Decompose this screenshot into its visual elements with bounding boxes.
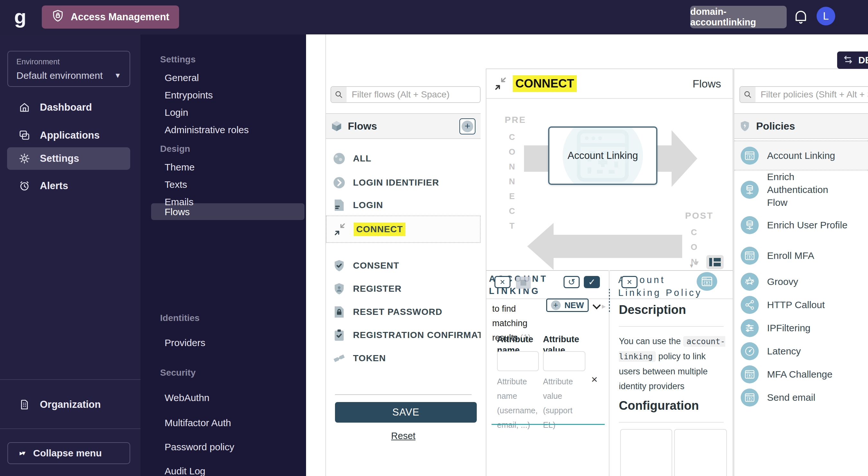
policy-item-account-linking[interactable]: Account Linking: [734, 141, 868, 171]
divider: [610, 298, 733, 299]
remove-row-icon[interactable]: ×: [591, 373, 598, 386]
flow-item-registration-confirmation[interactable]: REGISTRATION CONFIRMATIO: [326, 324, 480, 347]
policies-filter-input[interactable]: [755, 87, 868, 102]
save-button[interactable]: SAVE: [335, 402, 477, 423]
subnav-section-identities: Identities: [160, 313, 199, 323]
new-button-label: NEW: [564, 300, 584, 310]
environment-label: Environment: [17, 57, 121, 66]
subnav-item-webauthn[interactable]: WebAuthn: [164, 392, 210, 403]
window-policy-icon: [741, 365, 759, 383]
subnav-item-administrative-roles[interactable]: Administrative roles: [164, 124, 249, 136]
policy-item-ipfiltering[interactable]: IPFiltering: [734, 317, 868, 339]
user-avatar[interactable]: L: [816, 7, 835, 25]
subnav-item-flows[interactable]: Flows: [151, 203, 305, 220]
window-policy-icon: [696, 272, 717, 291]
access-management-badge[interactable]: Access Management: [42, 5, 179, 29]
new-attribute-button[interactable]: + NEW: [546, 298, 589, 312]
subnav-section-security: Security: [160, 367, 196, 378]
globe-icon: [333, 152, 346, 165]
flows-filter-input[interactable]: [346, 87, 480, 102]
sidebar-divider: [0, 379, 141, 380]
confirm-step-button[interactable]: ✓: [584, 276, 600, 288]
divider: [619, 422, 724, 423]
window-policy-icon: [741, 147, 759, 165]
flow-list: ALL LOGIN IDENTIFIER LOGIN CONNECT CONSE…: [326, 146, 480, 370]
undo-step-button[interactable]: ↺: [563, 276, 580, 288]
flows-panel-header: Flows +: [326, 113, 480, 139]
database-icon: [741, 216, 759, 234]
groovy-icon: [741, 273, 759, 291]
sidebar-item-alerts[interactable]: Alerts: [7, 175, 130, 197]
flow-item-all[interactable]: ALL: [326, 146, 480, 171]
gravitee-logo[interactable]: g: [14, 4, 26, 29]
chevron-circle-icon: [333, 176, 346, 189]
subnav-item-theme[interactable]: Theme: [164, 162, 194, 173]
sidebar-item-organization[interactable]: Organization: [7, 393, 130, 416]
shield-user-icon: [333, 282, 346, 296]
policy-item-enrich-authentication-flow[interactable]: Enrich Authentication Flow: [734, 171, 868, 209]
policy-item-mfa-challenge[interactable]: MFA Challenge: [734, 363, 868, 386]
reset-link[interactable]: Reset: [326, 430, 480, 441]
policy-item-groovy[interactable]: Groovy: [734, 270, 868, 293]
flow-diagram-panel: CONNECT Flows PRE CONNECT Account Linkin…: [486, 68, 733, 270]
attribute-name-hint: Attribute name (username, email, ...): [497, 375, 542, 432]
sidebar-item-applications[interactable]: Applications: [7, 124, 130, 147]
attribute-name-input[interactable]: [497, 351, 539, 371]
flow-item-register[interactable]: REGISTER: [326, 277, 480, 300]
subnav-item-multifactor-auth[interactable]: Multifactor Auth: [164, 417, 231, 428]
close-policy-button[interactable]: ×: [621, 276, 638, 288]
flow-item-login[interactable]: LOGIN: [326, 195, 480, 215]
pre-phase-vertical-label: CONNECT: [507, 129, 518, 233]
collapse-menu-button[interactable]: ▸▾ Collapse menu: [7, 442, 130, 464]
policies-panel-title: Policies: [756, 120, 795, 132]
resize-left-icon[interactable]: ▸: [602, 302, 606, 311]
sidebar-item-settings[interactable]: Settings: [7, 147, 130, 170]
policy-item-http-callout[interactable]: HTTP Callout: [734, 293, 868, 317]
configuration-field[interactable]: [620, 429, 672, 476]
policy-item-latency[interactable]: Latency: [734, 339, 868, 363]
flow-arrow-right-head: [672, 130, 697, 187]
subnav-item-login[interactable]: Login: [164, 107, 188, 118]
debug-button-label: DE: [858, 55, 868, 66]
sidebar-item-label: Organization: [40, 399, 101, 410]
close-step-button[interactable]: ×: [494, 276, 510, 288]
notifications-bell-icon[interactable]: [793, 8, 809, 26]
environment-selector[interactable]: Environment Default environment ▼: [7, 51, 130, 87]
sliders-icon: [741, 319, 759, 337]
top-bar: g Access Management domain-accountlinkin…: [0, 0, 868, 34]
flows-list-panel: Flows + ALL LOGIN IDENTIFIER LOGIN: [326, 34, 480, 476]
diagram-header: CONNECT Flows: [487, 69, 733, 99]
debug-mode-button[interactable]: DE: [837, 52, 868, 69]
subnav-item-entrypoints[interactable]: Entrypoints: [164, 90, 213, 101]
diagram-title: CONNECT: [513, 75, 577, 92]
flow-item-connect[interactable]: CONNECT: [326, 215, 480, 243]
subnav-item-general[interactable]: General: [164, 72, 199, 83]
policy-item-enrich-user-profile[interactable]: Enrich User Profile: [734, 209, 868, 241]
flow-item-reset-password[interactable]: RESET PASSWORD: [326, 300, 480, 324]
sidebar-item-label: Applications: [40, 129, 100, 141]
diagram-panel-label: Flows: [692, 78, 725, 90]
flow-item-token[interactable]: TOKEN: [326, 347, 480, 370]
add-flow-button[interactable]: +: [459, 118, 475, 135]
policy-item-send-email[interactable]: Send email: [734, 386, 868, 409]
flow-step-node[interactable]: Account Linking: [548, 126, 657, 185]
current-domain-button[interactable]: domain-accountlinking: [690, 6, 787, 28]
share-icon: [741, 296, 759, 314]
sidebar-divider: [0, 428, 141, 429]
subnav-item-texts[interactable]: Texts: [164, 179, 187, 190]
flow-item-consent[interactable]: CONSENT: [326, 254, 480, 277]
divider: [619, 326, 724, 327]
connect-icon: [494, 77, 507, 91]
subnav-item-providers[interactable]: Providers: [164, 337, 206, 348]
subnav-section-design: Design: [160, 144, 190, 154]
subnav-item-audit-log[interactable]: Audit Log: [164, 466, 206, 476]
policy-item-enroll-mfa[interactable]: Enroll MFA: [734, 241, 868, 270]
chevron-down-icon[interactable]: [592, 301, 600, 309]
layout-toggle-button[interactable]: [706, 255, 724, 269]
subnav-item-password-policy[interactable]: Password policy: [164, 442, 235, 452]
flow-item-login-identifier[interactable]: LOGIN IDENTIFIER: [326, 171, 480, 195]
policy-description: You can use the account-linking policy t…: [619, 334, 726, 394]
sidebar-item-dashboard[interactable]: Dashboard: [7, 96, 130, 119]
attribute-value-input[interactable]: [543, 351, 585, 371]
configuration-field[interactable]: [674, 429, 727, 476]
